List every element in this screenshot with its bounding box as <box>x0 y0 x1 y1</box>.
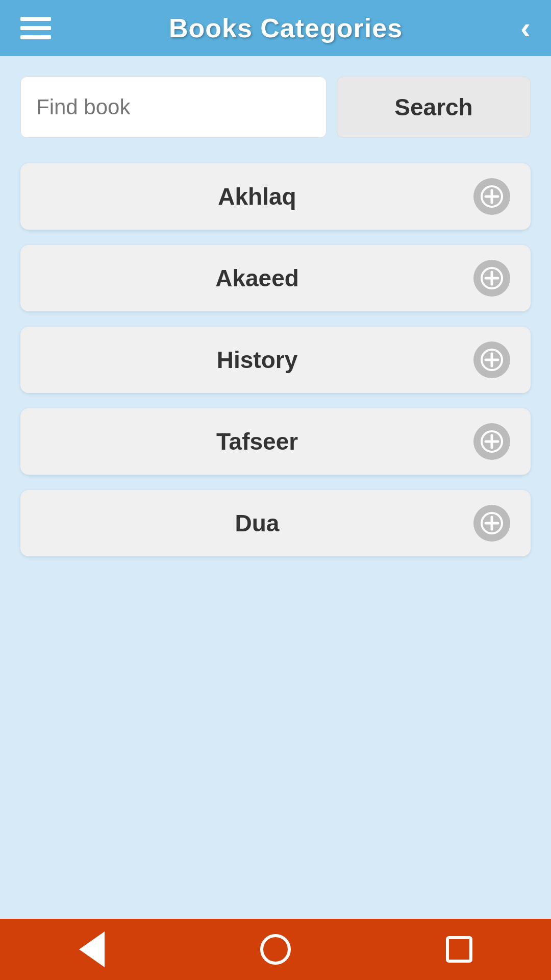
nav-recents-button[interactable] <box>439 929 480 970</box>
category-name-dua: Dua <box>41 509 473 537</box>
menu-icon[interactable] <box>20 17 51 39</box>
category-item-akhlaq[interactable]: Akhlaq <box>20 163 531 230</box>
add-icon-akaeed[interactable] <box>473 260 510 297</box>
category-item-history[interactable]: History <box>20 327 531 393</box>
add-icon-tafseer[interactable] <box>473 423 510 460</box>
category-name-tafseer: Tafseer <box>41 428 473 455</box>
category-name-akhlaq: Akhlaq <box>41 183 473 210</box>
app-header: Books Categories ‹ <box>0 0 551 56</box>
nav-back-icon <box>79 932 105 967</box>
category-item-akaeed[interactable]: Akaeed <box>20 245 531 311</box>
categories-list: Akhlaq Akaeed History <box>20 163 531 556</box>
category-name-akaeed: Akaeed <box>41 264 473 292</box>
category-name-history: History <box>41 346 473 374</box>
add-icon-history[interactable] <box>473 341 510 378</box>
search-row: Search <box>20 77 531 138</box>
back-icon[interactable]: ‹ <box>520 13 531 43</box>
nav-home-button[interactable] <box>255 929 296 970</box>
bottom-nav <box>0 919 551 980</box>
main-content: Search Akhlaq Akaeed <box>0 56 551 919</box>
category-item-dua[interactable]: Dua <box>20 490 531 556</box>
nav-recents-icon <box>446 936 472 963</box>
category-item-tafseer[interactable]: Tafseer <box>20 408 531 475</box>
search-button[interactable]: Search <box>337 77 531 138</box>
nav-home-icon <box>260 934 291 965</box>
find-book-input[interactable] <box>20 77 327 138</box>
add-icon-akhlaq[interactable] <box>473 178 510 215</box>
add-icon-dua[interactable] <box>473 505 510 542</box>
nav-back-button[interactable] <box>71 929 112 970</box>
page-title: Books Categories <box>169 13 403 43</box>
